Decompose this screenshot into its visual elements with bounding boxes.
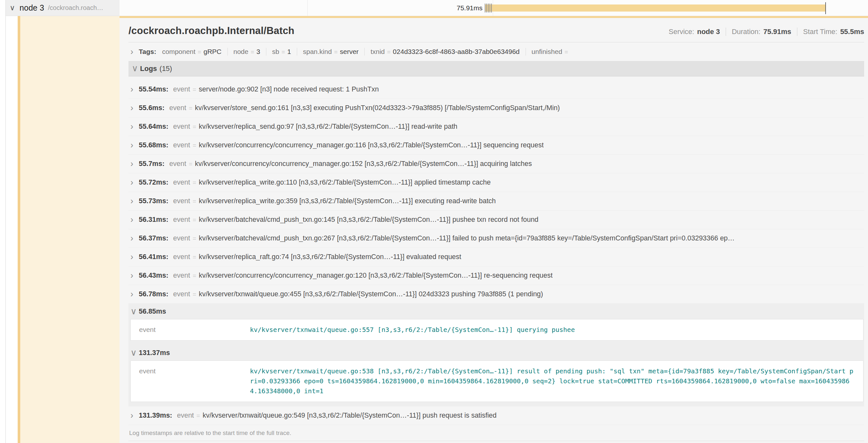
span-end-marker — [825, 2, 826, 14]
tags-label: Tags: — [139, 48, 156, 56]
log-field-key: event — [173, 86, 190, 94]
log-entry[interactable]: › 55.68ms: event = kv/kvserver/concurren… — [128, 136, 864, 155]
log-entry[interactable]: › 56.78ms: event = kv/kvserver/txnwait/q… — [128, 285, 864, 304]
chevron-down-icon[interactable]: ∨ — [6, 3, 20, 12]
equals-sign: = — [564, 48, 568, 56]
log-field-key: event — [139, 325, 250, 335]
chevron-down-icon[interactable]: ∨ — [130, 349, 139, 356]
meta-service-label: Service: — [669, 28, 694, 36]
log-field-key: event — [173, 178, 190, 186]
chevron-right-icon[interactable]: › — [130, 291, 139, 298]
span-service-name: node 3 — [20, 3, 44, 12]
meta-start-value: 55.5ms — [840, 28, 864, 36]
log-entry[interactable]: › 131.39ms: event = kv/kvserver/txnwait/… — [128, 406, 864, 425]
equals-sign: = — [251, 48, 254, 56]
chevron-right-icon[interactable]: › — [130, 86, 139, 93]
span-name-cell[interactable]: ∨ node 3 /cockroach.roach… — [6, 0, 120, 16]
span-accent-strip — [18, 16, 20, 443]
span-row: ∨ node 3 /cockroach.roach… 75.91ms — [6, 0, 868, 16]
log-field-value: kv/kvserver/concurrency/concurrency_mana… — [199, 141, 544, 149]
log-timestamp: 131.37ms — [139, 349, 170, 357]
span-row-highlight-column — [20, 16, 120, 443]
log-timestamp: 56.43ms: — [139, 272, 168, 280]
log-entry[interactable]: › 55.7ms: event = kv/kvserver/concurrenc… — [128, 155, 864, 173]
log-field-value: kv/kvserver/batcheval/cmd_push_txn.go:14… — [199, 216, 538, 224]
tag-item: node = 3 — [227, 48, 266, 56]
tag-key: sb — [272, 48, 279, 56]
log-entry[interactable]: › 56.41ms: event = kv/kvserver/replica_r… — [128, 248, 864, 267]
chevron-right-icon[interactable]: › — [130, 216, 139, 223]
logs-footer-divider — [128, 441, 864, 441]
log-entry[interactable]: › 56.31ms: event = kv/kvserver/batcheval… — [128, 211, 864, 229]
logs-title: Logs — [140, 65, 157, 73]
equals-sign: = — [193, 123, 196, 130]
log-field-key: event — [177, 412, 194, 419]
log-entry-expanded-header[interactable]: ∨ 131.37ms — [128, 345, 864, 361]
log-timestamp: 56.31ms: — [139, 216, 168, 224]
chevron-right-icon[interactable]: › — [130, 123, 139, 130]
tag-value: 024d3323-6c8f-4863-aa8b-37ab0e63496d — [393, 48, 520, 56]
equals-sign: = — [193, 235, 196, 242]
log-entry[interactable]: › 55.73ms: event = kv/kvserver/replica_w… — [128, 192, 864, 211]
log-field-value: kv/kvserver/txnwait/queue.go:455 [n3,s3,… — [199, 290, 543, 298]
detail-header: /cockroach.roachpb.Internal/Batch Servic… — [128, 18, 864, 37]
chevron-right-icon[interactable]: › — [130, 412, 139, 419]
span-detail-panel: /cockroach.roachpb.Internal/Batch Servic… — [120, 16, 868, 443]
span-operation-name: /cockroach.roach… — [48, 4, 103, 11]
log-field-key: event — [169, 104, 186, 112]
log-timestamp: 55.68ms: — [139, 141, 168, 149]
chevron-right-icon[interactable]: › — [130, 253, 139, 260]
log-entry-expanded: ∨ 56.85ms event kv/kvserver/txnwait/queu… — [128, 304, 864, 345]
chevron-down-icon[interactable]: ∨ — [132, 65, 140, 72]
log-entry[interactable]: › 55.64ms: event = kv/kvserver/replica_s… — [128, 117, 864, 136]
span-timeline: 75.91ms — [120, 0, 868, 16]
tag-item: txnid = 024d3323-6c8f-4863-aa8b-37ab0e63… — [364, 48, 525, 56]
equals-sign: = — [387, 48, 391, 56]
chevron-right-icon[interactable]: › — [130, 272, 139, 279]
equals-sign: = — [197, 48, 201, 56]
log-field-key: event — [169, 160, 186, 168]
chevron-right-icon[interactable]: › — [130, 48, 139, 55]
log-entry[interactable]: › 56.43ms: event = kv/kvserver/concurren… — [128, 267, 864, 285]
log-field-value: kv/kvserver/concurrency/concurrency_mana… — [195, 160, 532, 168]
logs-count: (15) — [160, 65, 172, 73]
span-bar-hatch — [485, 3, 492, 12]
equals-sign: = — [189, 105, 192, 112]
log-field-key: event — [173, 253, 190, 261]
chevron-right-icon[interactable]: › — [130, 142, 139, 149]
tag-item: component = gRPC — [162, 48, 227, 56]
tag-item: span.kind = server — [297, 48, 364, 56]
log-entry[interactable]: › 55.54ms: event = server/node.go:902 [n… — [128, 80, 864, 99]
log-field-key: event — [173, 272, 190, 280]
log-entry[interactable]: › 56.37ms: event = kv/kvserver/batcheval… — [128, 229, 864, 248]
equals-sign: = — [196, 412, 200, 419]
tag-key: node — [234, 48, 249, 56]
log-field-value: server/node.go:902 [n3] node received re… — [199, 86, 379, 94]
chevron-right-icon[interactable]: › — [130, 179, 139, 186]
log-entry-expanded-header[interactable]: ∨ 56.85ms — [128, 304, 864, 319]
log-field-value: kv/kvserver/txnwait/queue.go:557 [n3,s3,… — [250, 325, 857, 335]
chevron-right-icon[interactable]: › — [130, 198, 139, 204]
log-timestamp: 56.78ms: — [139, 290, 168, 298]
equals-sign: = — [193, 272, 196, 279]
logs-section-header[interactable]: ∨ Logs (15) — [128, 61, 864, 76]
timeline-gridline — [307, 0, 308, 16]
log-timestamp: 56.85ms — [139, 308, 166, 315]
chevron-right-icon[interactable]: › — [130, 105, 139, 111]
chevron-down-icon[interactable]: ∨ — [130, 308, 139, 315]
log-timestamp: 55.73ms: — [139, 197, 168, 205]
log-field-value: kv/kvserver/replica_raft.go:74 [n3,s3,r6… — [199, 253, 461, 261]
log-field-value: kv/kvserver/batcheval/cmd_push_txn.go:26… — [199, 234, 735, 242]
log-entry[interactable]: › 55.72ms: event = kv/kvserver/replica_w… — [128, 173, 864, 192]
equals-sign: = — [281, 48, 285, 56]
log-entry[interactable]: › 55.6ms: event = kv/kvserver/store_send… — [128, 99, 864, 117]
log-field-key: event — [173, 234, 190, 242]
tag-key: unfinished — [532, 48, 562, 56]
equals-sign: = — [189, 161, 192, 168]
span-duration-bar[interactable] — [485, 4, 825, 11]
chevron-right-icon[interactable]: › — [130, 235, 139, 242]
tag-key: txnid — [370, 48, 384, 56]
tags-section[interactable]: › Tags: component = gRPC node = 3 sb = 1… — [128, 42, 864, 60]
chevron-right-icon[interactable]: › — [130, 161, 139, 167]
left-gutter — [6, 16, 18, 443]
